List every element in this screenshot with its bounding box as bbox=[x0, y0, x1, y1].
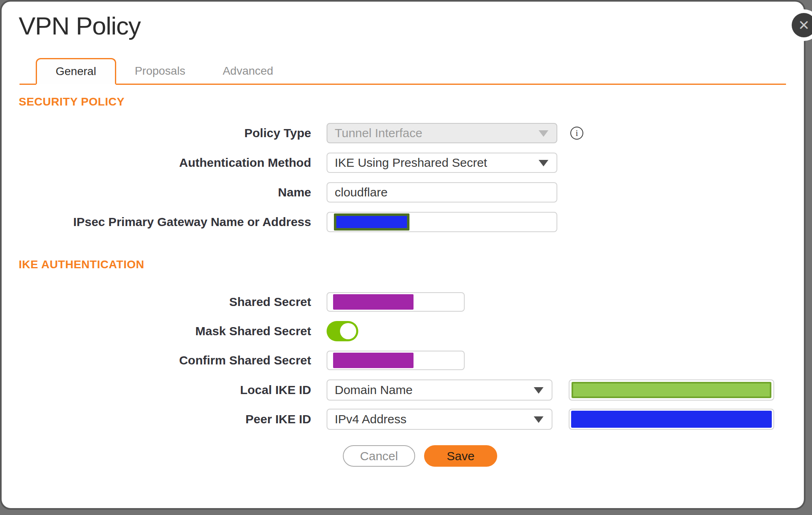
peer-ike-id-select[interactable]: IPv4 Address bbox=[327, 409, 552, 430]
gateway-redacted-value bbox=[334, 213, 409, 231]
page-background: { "dialog": { "title": "VPN Policy" }, "… bbox=[0, 0, 812, 515]
local-ike-id-select[interactable]: Domain Name bbox=[327, 379, 552, 401]
toggle-knob bbox=[340, 323, 356, 339]
confirm-shared-secret-label: Confirm Shared Secret bbox=[2, 353, 327, 367]
confirm-shared-secret-redacted-value bbox=[333, 353, 414, 368]
auth-method-label: Authentication Method bbox=[2, 156, 327, 170]
shared-secret-redacted-value bbox=[333, 294, 414, 310]
cancel-button[interactable]: Cancel bbox=[343, 445, 415, 467]
info-icon[interactable]: i bbox=[570, 127, 583, 140]
local-ike-id-row: Local IKE ID Domain Name bbox=[2, 379, 804, 401]
peer-ike-id-input[interactable] bbox=[569, 409, 774, 430]
policy-type-value: Tunnel Interface bbox=[335, 126, 422, 140]
shared-secret-input[interactable] bbox=[327, 292, 465, 312]
policy-type-label: Policy Type bbox=[2, 126, 327, 140]
tab-proposals[interactable]: Proposals bbox=[116, 58, 204, 84]
page-title: VPN Policy bbox=[19, 11, 804, 40]
auth-method-row: Authentication Method IKE Using Preshare… bbox=[2, 153, 804, 173]
name-value: cloudflare bbox=[335, 185, 388, 199]
chevron-down-icon bbox=[539, 160, 548, 166]
confirm-shared-secret-row: Confirm Shared Secret bbox=[2, 351, 804, 370]
policy-type-select: Tunnel Interface bbox=[327, 123, 557, 143]
tab-general[interactable]: General bbox=[36, 58, 116, 85]
local-ike-id-input[interactable] bbox=[569, 379, 774, 401]
ike-authentication-form: Shared Secret Mask Shared Secret Confirm… bbox=[2, 292, 804, 430]
policy-type-row: Policy Type Tunnel Interface i bbox=[2, 123, 804, 143]
tab-bar: General Proposals Advanced bbox=[19, 58, 786, 85]
chevron-down-icon bbox=[534, 387, 543, 394]
chevron-down-icon bbox=[534, 416, 543, 423]
mask-shared-secret-row: Mask Shared Secret bbox=[2, 321, 804, 341]
auth-method-value: IKE Using Preshared Secret bbox=[335, 156, 487, 170]
name-input[interactable]: cloudflare bbox=[327, 182, 557, 203]
security-policy-form: Policy Type Tunnel Interface i Authentic… bbox=[2, 123, 804, 232]
shared-secret-label: Shared Secret bbox=[2, 295, 327, 309]
section-security-policy: SECURITY POLICY bbox=[19, 95, 804, 108]
local-ike-id-type: Domain Name bbox=[335, 383, 413, 397]
mask-shared-secret-toggle[interactable] bbox=[327, 321, 358, 341]
chevron-down-icon bbox=[539, 130, 548, 137]
vpn-policy-dialog: ✕ VPN Policy General Proposals Advanced … bbox=[0, 0, 806, 510]
section-ike-authentication: IKE AUTHENTICATION bbox=[19, 258, 804, 271]
dialog-actions: Cancel Save bbox=[343, 445, 804, 467]
tab-advanced[interactable]: Advanced bbox=[204, 58, 292, 84]
gateway-input[interactable] bbox=[327, 212, 557, 232]
save-button[interactable]: Save bbox=[424, 445, 497, 467]
auth-method-select[interactable]: IKE Using Preshared Secret bbox=[327, 153, 557, 173]
peer-ike-id-type: IPv4 Address bbox=[335, 412, 407, 426]
local-ike-id-redacted-value bbox=[572, 382, 771, 398]
gateway-label: IPsec Primary Gateway Name or Address bbox=[2, 215, 327, 229]
gateway-row: IPsec Primary Gateway Name or Address bbox=[2, 212, 804, 232]
confirm-shared-secret-input[interactable] bbox=[327, 351, 465, 370]
shared-secret-row: Shared Secret bbox=[2, 292, 804, 312]
name-label: Name bbox=[2, 185, 327, 199]
name-row: Name cloudflare bbox=[2, 182, 804, 203]
local-ike-id-label: Local IKE ID bbox=[2, 383, 327, 397]
peer-ike-id-redacted-value bbox=[571, 411, 772, 428]
peer-ike-id-label: Peer IKE ID bbox=[2, 412, 327, 426]
peer-ike-id-row: Peer IKE ID IPv4 Address bbox=[2, 409, 804, 430]
mask-shared-secret-label: Mask Shared Secret bbox=[2, 324, 327, 338]
